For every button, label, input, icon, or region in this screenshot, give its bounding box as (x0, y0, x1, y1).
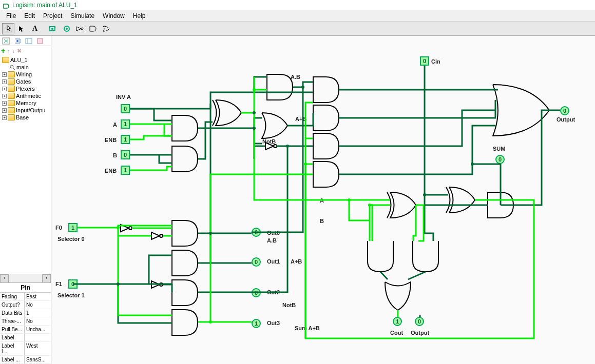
sidebar-tool-4-icon[interactable] (35, 36, 45, 46)
svg-point-26 (304, 163, 307, 166)
scroll-right-icon[interactable]: › (42, 274, 51, 283)
tree-item[interactable]: +Memory (1, 99, 50, 107)
sidebar-tool-1-icon[interactable] (1, 36, 11, 46)
scroll-left-icon[interactable]: ‹ (0, 274, 9, 283)
app-icon (3, 2, 10, 9)
menu-simulate[interactable]: Simulate (66, 11, 99, 21)
tool-poke[interactable] (2, 23, 14, 34)
tree-root[interactable]: ALU_1 (1, 56, 50, 64)
prop-row[interactable]: Three-...No (0, 317, 51, 326)
prop-row[interactable]: Output?No (0, 301, 51, 309)
svg-rect-7 (26, 38, 32, 44)
wires-high (78, 77, 534, 338)
svg-point-6 (16, 40, 18, 42)
svg-line-11 (13, 68, 15, 70)
svg-rect-9 (37, 38, 43, 44)
window-titlebar: Logisim: main of ALU_1 (0, 0, 595, 10)
tree-item[interactable]: +Gates (1, 78, 50, 85)
tool-and-gate[interactable] (87, 23, 100, 34)
tree-item[interactable]: +Arithmetic (1, 92, 50, 99)
svg-point-14 (253, 127, 256, 130)
tree-item[interactable]: +Plexers (1, 85, 50, 92)
prop-row[interactable]: Pull Be...Uncha... (0, 326, 51, 334)
and-gate[interactable] (172, 310, 198, 335)
sidebar-scrollbar[interactable]: ‹ › (0, 274, 51, 282)
not-gate[interactable] (265, 143, 277, 150)
and-gate[interactable] (172, 146, 198, 172)
prop-row[interactable]: Label (0, 334, 51, 342)
svg-point-18 (471, 163, 474, 166)
and-gate[interactable] (172, 280, 198, 306)
properties-header: Pin (0, 283, 51, 293)
sidebar: + ↑ ↓ ✖ ALU_1 main +Wiring +Gates +Plexe… (0, 36, 51, 364)
tree-item[interactable]: +Wiring (1, 71, 50, 78)
and-gate[interactable] (313, 161, 339, 187)
svg-point-16 (301, 86, 304, 89)
prop-row[interactable]: Data Bits1 (0, 309, 51, 317)
magnifier-icon (9, 64, 16, 70)
sidebar-arrow-row: + ↑ ↓ ✖ (0, 46, 51, 55)
prop-row[interactable]: FacingEast (0, 293, 51, 301)
circuit-svg (51, 36, 595, 364)
svg-point-23 (368, 204, 371, 207)
menu-help[interactable]: Help (129, 11, 150, 21)
svg-point-15 (286, 145, 289, 148)
xor-gate[interactable] (446, 187, 475, 213)
svg-point-20 (117, 282, 120, 286)
and-gate-down[interactable] (413, 241, 438, 272)
sidebar-tool-3-icon[interactable] (24, 36, 34, 46)
tool-select[interactable] (15, 23, 28, 34)
wires-low (73, 66, 560, 323)
xor-gate[interactable] (213, 100, 241, 126)
svg-point-25 (209, 320, 212, 323)
menu-edit[interactable]: Edit (20, 11, 39, 21)
and-gate[interactable] (313, 77, 339, 103)
menu-project[interactable]: Project (39, 11, 66, 21)
sidebar-tool-2-icon[interactable] (12, 36, 23, 46)
and-gate[interactable] (172, 250, 198, 276)
or-gate[interactable] (262, 113, 287, 138)
prop-row[interactable]: Label L...West (0, 342, 51, 356)
menu-window[interactable]: Window (99, 11, 129, 21)
not-gate[interactable] (151, 232, 163, 239)
svg-point-1 (51, 28, 53, 30)
and-gate[interactable] (172, 115, 198, 141)
add-icon[interactable]: + (1, 47, 5, 55)
menu-file[interactable]: File (2, 11, 20, 21)
delete-icon[interactable]: ✖ (17, 48, 22, 54)
tool-text[interactable]: A (29, 23, 41, 34)
toolbar: A (0, 22, 595, 36)
circuit-canvas[interactable]: INV A A ENB B ENB F0 Selector 0 F1 Selec… (51, 36, 595, 364)
and-gate[interactable] (172, 220, 198, 246)
and-gate[interactable] (313, 133, 339, 159)
svg-point-13 (253, 111, 256, 114)
svg-point-17 (423, 193, 426, 196)
svg-point-22 (348, 198, 351, 201)
tree-main[interactable]: main (1, 64, 50, 71)
and-gate[interactable] (267, 74, 293, 100)
or-gate-down[interactable] (385, 282, 411, 310)
tool-not-gate[interactable] (74, 23, 86, 34)
prop-row[interactable]: Label ...SansS... (0, 356, 51, 364)
tool-or-gate[interactable] (101, 23, 113, 34)
down-arrow-icon[interactable]: ↓ (12, 48, 15, 54)
svg-point-24 (117, 226, 120, 229)
svg-point-21 (253, 88, 256, 91)
and-gate[interactable] (313, 105, 339, 131)
tool-output-pin[interactable] (61, 23, 73, 34)
menubar: File Edit Project Simulate Window Help (0, 10, 595, 22)
properties-panel: Pin FacingEast Output?No Data Bits1 Thre… (0, 282, 51, 364)
svg-point-3 (66, 28, 68, 30)
up-arrow-icon[interactable]: ↑ (7, 48, 10, 54)
sidebar-toolbar (0, 36, 51, 46)
svg-point-19 (209, 232, 212, 235)
tree-item[interactable]: +Base (1, 114, 50, 121)
project-tree[interactable]: ALU_1 main +Wiring +Gates +Plexers +Arit… (0, 55, 51, 274)
window-title: Logisim: main of ALU_1 (12, 2, 78, 9)
xor-gate[interactable] (387, 192, 416, 218)
and-gate-down[interactable] (368, 241, 393, 272)
tree-item[interactable]: +Input/Outpu (1, 107, 50, 114)
tool-input-pin[interactable] (47, 23, 60, 34)
